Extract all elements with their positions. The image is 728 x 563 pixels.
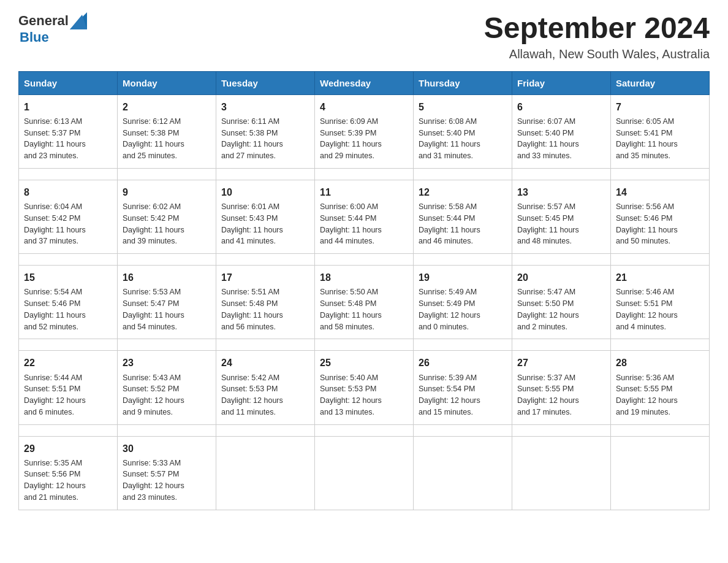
calendar-week-row: 29Sunrise: 5:35 AMSunset: 5:56 PMDayligh… — [19, 436, 710, 510]
daylight-text-line1: Daylight: 11 hours — [320, 224, 408, 236]
sunrise-text: Sunrise: 6:00 AM — [320, 201, 408, 213]
sunrise-text: Sunrise: 5:39 AM — [419, 372, 507, 384]
week-separator-cell — [414, 424, 512, 436]
sunrise-text: Sunrise: 5:51 AM — [221, 286, 309, 298]
day-info: Sunrise: 5:40 AMSunset: 5:53 PMDaylight:… — [320, 372, 408, 418]
day-info: Sunrise: 6:05 AMSunset: 5:41 PMDaylight:… — [616, 116, 704, 162]
sunrise-text: Sunrise: 5:49 AM — [419, 286, 507, 298]
sunset-text: Sunset: 5:37 PM — [24, 128, 112, 139]
day-number: 12 — [419, 185, 507, 199]
daylight-text-line1: Daylight: 11 hours — [419, 139, 507, 150]
daylight-text-line2: and 44 minutes. — [320, 236, 408, 247]
sunrise-text: Sunrise: 5:47 AM — [517, 286, 605, 298]
calendar-day-cell: 29Sunrise: 5:35 AMSunset: 5:56 PMDayligh… — [19, 436, 118, 510]
sunrise-text: Sunrise: 6:01 AM — [221, 201, 309, 213]
day-info: Sunrise: 6:07 AMSunset: 5:40 PMDaylight:… — [517, 116, 605, 162]
daylight-text-line1: Daylight: 12 hours — [616, 310, 704, 321]
day-number: 1 — [24, 100, 112, 114]
daylight-text-line1: Daylight: 11 hours — [616, 224, 704, 236]
sunset-text: Sunset: 5:40 PM — [419, 128, 507, 139]
week-separator-cell — [512, 339, 611, 351]
day-number: 6 — [517, 100, 605, 114]
week-separator-cell — [315, 339, 414, 351]
day-info: Sunrise: 5:42 AMSunset: 5:53 PMDaylight:… — [221, 372, 309, 418]
sunrise-text: Sunrise: 6:09 AM — [320, 116, 408, 128]
sunset-text: Sunset: 5:54 PM — [419, 383, 507, 395]
day-info: Sunrise: 5:53 AMSunset: 5:47 PMDaylight:… — [123, 286, 211, 332]
sunset-text: Sunset: 5:42 PM — [24, 213, 112, 224]
week-separator-cell — [414, 254, 512, 266]
day-number: 17 — [221, 270, 309, 285]
sunset-text: Sunset: 5:38 PM — [221, 128, 309, 139]
sunset-text: Sunset: 5:51 PM — [616, 298, 704, 310]
sunrise-text: Sunrise: 5:50 AM — [320, 286, 408, 298]
daylight-text-line1: Daylight: 12 hours — [517, 395, 605, 407]
week-separator-cell — [216, 254, 315, 266]
daylight-text-line1: Daylight: 11 hours — [616, 139, 704, 150]
daylight-text-line2: and 2 minutes. — [517, 321, 605, 333]
daylight-text-line1: Daylight: 11 hours — [320, 139, 408, 150]
day-number: 23 — [123, 356, 211, 370]
sunrise-text: Sunrise: 5:57 AM — [517, 201, 605, 213]
sunset-text: Sunset: 5:44 PM — [320, 213, 408, 224]
calendar-day-cell — [512, 436, 611, 510]
day-info: Sunrise: 6:01 AMSunset: 5:43 PMDaylight:… — [221, 201, 309, 247]
header-friday: Friday — [512, 71, 611, 94]
day-info: Sunrise: 5:50 AMSunset: 5:48 PMDaylight:… — [320, 286, 408, 332]
sunset-text: Sunset: 5:46 PM — [616, 213, 704, 224]
day-info: Sunrise: 5:56 AMSunset: 5:46 PMDaylight:… — [616, 201, 704, 247]
calendar-day-cell: 14Sunrise: 5:56 AMSunset: 5:46 PMDayligh… — [611, 180, 710, 253]
day-number: 26 — [419, 356, 507, 370]
week-separator-cell — [118, 254, 216, 266]
week-separator-cell — [19, 254, 118, 266]
week-separator-cell — [118, 168, 216, 180]
daylight-text-line1: Daylight: 12 hours — [123, 480, 211, 492]
daylight-text-line1: Daylight: 12 hours — [24, 395, 112, 407]
week-separator-cell — [611, 339, 710, 351]
week-separator-row — [19, 339, 710, 351]
calendar-day-cell — [216, 436, 315, 510]
day-info: Sunrise: 5:58 AMSunset: 5:44 PMDaylight:… — [419, 201, 507, 247]
week-separator-row — [19, 424, 710, 436]
week-separator-cell — [19, 168, 118, 180]
daylight-text-line2: and 0 minutes. — [419, 321, 507, 333]
day-info: Sunrise: 5:49 AMSunset: 5:49 PMDaylight:… — [419, 286, 507, 332]
day-info: Sunrise: 5:43 AMSunset: 5:52 PMDaylight:… — [123, 372, 211, 418]
daylight-text-line2: and 21 minutes. — [24, 492, 112, 504]
week-separator-cell — [611, 168, 710, 180]
sunset-text: Sunset: 5:48 PM — [320, 298, 408, 310]
calendar-day-cell: 3Sunrise: 6:11 AMSunset: 5:38 PMDaylight… — [216, 94, 315, 168]
calendar-day-cell: 13Sunrise: 5:57 AMSunset: 5:45 PMDayligh… — [512, 180, 611, 253]
sunrise-text: Sunrise: 6:12 AM — [123, 116, 211, 128]
sunset-text: Sunset: 5:53 PM — [320, 383, 408, 395]
sunset-text: Sunset: 5:38 PM — [123, 128, 211, 139]
daylight-text-line1: Daylight: 12 hours — [419, 395, 507, 407]
daylight-text-line2: and 4 minutes. — [616, 321, 704, 333]
week-separator-cell — [118, 339, 216, 351]
sunset-text: Sunset: 5:46 PM — [24, 298, 112, 310]
day-info: Sunrise: 6:09 AMSunset: 5:39 PMDaylight:… — [320, 116, 408, 162]
daylight-text-line2: and 9 minutes. — [123, 407, 211, 418]
sunset-text: Sunset: 5:39 PM — [320, 128, 408, 139]
week-separator-cell — [216, 339, 315, 351]
sunset-text: Sunset: 5:44 PM — [419, 213, 507, 224]
calendar-table: Sunday Monday Tuesday Wednesday Thursday… — [18, 71, 710, 510]
day-number: 11 — [320, 185, 408, 199]
week-separator-cell — [512, 168, 611, 180]
logo-blue-text: Blue — [18, 29, 49, 45]
day-number: 2 — [123, 100, 211, 114]
day-info: Sunrise: 5:39 AMSunset: 5:54 PMDaylight:… — [419, 372, 507, 418]
daylight-text-line1: Daylight: 12 hours — [419, 310, 507, 321]
day-number: 30 — [123, 442, 211, 456]
sunset-text: Sunset: 5:57 PM — [123, 469, 211, 480]
logo-general-text: General — [18, 13, 69, 28]
sunrise-text: Sunrise: 5:36 AM — [616, 372, 704, 384]
calendar-day-cell — [414, 436, 512, 510]
calendar-day-cell — [611, 436, 710, 510]
day-number: 4 — [320, 100, 408, 114]
sunset-text: Sunset: 5:50 PM — [517, 298, 605, 310]
day-info: Sunrise: 5:57 AMSunset: 5:45 PMDaylight:… — [517, 201, 605, 247]
calendar-day-cell: 2Sunrise: 6:12 AMSunset: 5:38 PMDaylight… — [118, 94, 216, 168]
calendar-day-cell: 22Sunrise: 5:44 AMSunset: 5:51 PMDayligh… — [19, 351, 118, 424]
week-separator-cell — [19, 339, 118, 351]
